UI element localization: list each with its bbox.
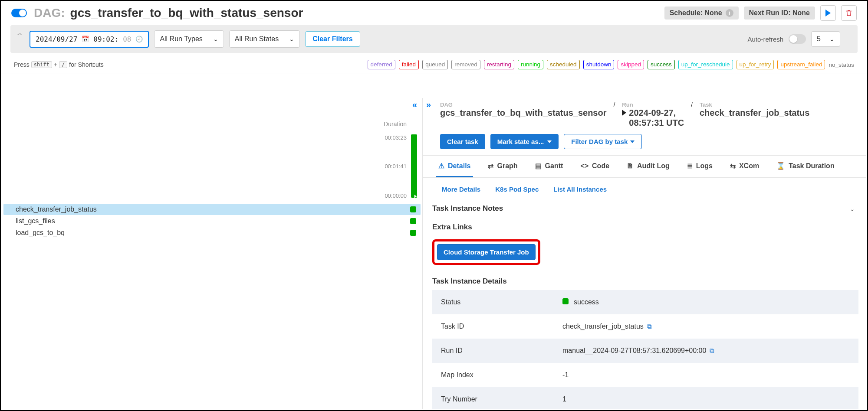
chevron-down-icon: ⌄ bbox=[850, 206, 855, 212]
detail-key: Try Number bbox=[432, 387, 554, 409]
delete-dag-button[interactable] bbox=[841, 5, 857, 21]
legend-failed[interactable]: failed bbox=[399, 60, 419, 69]
tab-label: Graph bbox=[497, 162, 517, 170]
task-row-load-gcs-to-bq[interactable]: load_gcs_to_bq bbox=[3, 227, 421, 238]
tab-label: Audit Log bbox=[637, 162, 670, 170]
clear-filters-button[interactable]: Clear Filters bbox=[305, 31, 360, 47]
clear-task-label: Clear task bbox=[447, 138, 478, 145]
next-run-chip[interactable]: Next Run ID: None bbox=[744, 7, 815, 20]
extra-links-title: Extra Links bbox=[423, 220, 866, 235]
detail-key: Map Index bbox=[432, 363, 554, 387]
shortcuts-plus: + bbox=[54, 61, 57, 68]
date-value: 2024/09/27 bbox=[36, 35, 77, 43]
task-row-check-transfer-job-status[interactable]: check_transfer_job_status bbox=[3, 204, 421, 215]
task-name: check_transfer_job_status bbox=[16, 206, 97, 213]
shortcuts-prefix: Press bbox=[14, 61, 30, 68]
task-status-icon bbox=[410, 230, 416, 236]
crumb-task[interactable]: Task check_transfer_job_status bbox=[700, 101, 809, 118]
cloud-storage-transfer-job-button[interactable]: Cloud Storage Transfer Job bbox=[437, 244, 536, 260]
tab-label: Logs bbox=[696, 162, 713, 170]
trigger-dag-button[interactable] bbox=[820, 5, 836, 21]
legend-restarting[interactable]: restarting bbox=[484, 60, 514, 69]
task-instance-notes-section[interactable]: Task Instance Notes ⌄ bbox=[423, 199, 866, 220]
run-type-label: All Run Types bbox=[160, 35, 202, 43]
info-icon: i bbox=[726, 9, 733, 17]
tab-label: Code bbox=[592, 162, 609, 170]
copy-icon[interactable]: ⧉ bbox=[647, 323, 652, 330]
expand-right-icon[interactable]: » bbox=[426, 100, 431, 110]
gantt-icon: ▤ bbox=[535, 162, 542, 170]
table-row: Statussuccess bbox=[432, 290, 858, 314]
schedule-chip[interactable]: Schedule: None i bbox=[664, 7, 739, 20]
task-status-icon bbox=[410, 206, 416, 212]
next-run-text: Next Run ID: None bbox=[749, 9, 810, 17]
copy-icon[interactable]: ⧉ bbox=[710, 347, 714, 354]
task-instance-details-title: Task Instance Details bbox=[423, 269, 866, 290]
details-sublinks: More Details K8s Pod Spec List All Insta… bbox=[423, 178, 866, 199]
num-runs-value: 5 bbox=[817, 35, 821, 43]
main-split: « Duration 00:03:23 00:01:41 00:00:00 ch… bbox=[2, 98, 866, 409]
duration-tick-1: 00:03:23 bbox=[385, 134, 407, 141]
tab-task-duration[interactable]: ⌛Task Duration bbox=[774, 156, 837, 177]
legend-skipped[interactable]: skipped bbox=[618, 60, 644, 69]
list-all-instances-link[interactable]: List All Instances bbox=[553, 186, 607, 193]
collapse-left-icon[interactable]: « bbox=[412, 100, 417, 110]
kbd-shift: shift bbox=[31, 61, 52, 68]
legend-upstream-failed[interactable]: upstream_failed bbox=[777, 60, 825, 69]
filter-dag-by-task-button[interactable]: Filter DAG by task bbox=[564, 134, 642, 149]
dag-enable-toggle[interactable] bbox=[11, 9, 27, 17]
mark-state-button[interactable]: Mark state as... bbox=[490, 134, 559, 149]
legend-up-for-reschedule[interactable]: up_for_reschedule bbox=[678, 60, 733, 69]
num-runs-select[interactable]: 5⌄ bbox=[811, 31, 840, 47]
mark-state-label: Mark state as... bbox=[497, 138, 544, 145]
tab-label: Gantt bbox=[545, 162, 563, 170]
crumb-run-label: Run bbox=[622, 101, 684, 108]
dag-label: DAG: bbox=[34, 6, 65, 20]
collapse-filter-icon[interactable]: ︽ bbox=[17, 29, 23, 37]
time-sec: 08 bbox=[123, 35, 131, 43]
dag-run-bar[interactable] bbox=[411, 134, 417, 198]
legend-running[interactable]: running bbox=[518, 60, 543, 69]
task-row-list-gcs-files[interactable]: list_gcs_files bbox=[3, 215, 421, 227]
autorefresh-toggle[interactable] bbox=[789, 34, 806, 44]
legend-success[interactable]: success bbox=[648, 60, 675, 69]
legend-queued[interactable]: queued bbox=[422, 60, 448, 69]
base-date-input[interactable]: 2024/09/27 📅 09:02:08 🕘 bbox=[30, 31, 149, 48]
legend-scheduled[interactable]: scheduled bbox=[547, 60, 580, 69]
audit-icon: 🗎 bbox=[627, 162, 634, 170]
detail-key: Task ID bbox=[432, 314, 554, 339]
tab-details[interactable]: ⚠Details bbox=[436, 156, 473, 177]
chevron-down-icon: ⌄ bbox=[213, 36, 218, 42]
legend-removed[interactable]: removed bbox=[451, 60, 480, 69]
tab-gantt[interactable]: ▤Gantt bbox=[533, 156, 566, 177]
k8s-pod-spec-link[interactable]: K8s Pod Spec bbox=[495, 186, 539, 193]
duration-label: Duration bbox=[384, 121, 407, 127]
legend-deferred[interactable]: deferred bbox=[368, 60, 395, 69]
notes-title: Task Instance Notes bbox=[432, 202, 503, 216]
legend-no-status[interactable]: no_status bbox=[829, 62, 854, 68]
legend-up-for-retry[interactable]: up_for_retry bbox=[736, 60, 774, 69]
task-instance-details-table: Statussuccess Task IDcheck_transfer_job_… bbox=[432, 290, 858, 409]
header-right: Schedule: None i Next Run ID: None bbox=[664, 5, 857, 21]
tab-code[interactable]: <>Code bbox=[578, 156, 612, 177]
table-row: Task IDcheck_transfer_job_status⧉ bbox=[432, 314, 858, 339]
filter-bar: ︽ 2024/09/27 📅 09:02:08 🕘 All Run Types⌄… bbox=[10, 25, 858, 53]
run-state-select[interactable]: All Run States⌄ bbox=[229, 30, 300, 48]
crumb-dag[interactable]: DAG gcs_transfer_to_bq_with_status_senso… bbox=[440, 101, 606, 118]
tab-xcom[interactable]: ⇆XCom bbox=[727, 156, 762, 177]
filter-dag-label: Filter DAG by task bbox=[571, 138, 628, 145]
tab-logs[interactable]: ≣Logs bbox=[684, 156, 715, 177]
crumb-slash: / bbox=[613, 101, 615, 108]
tab-audit-log[interactable]: 🗎Audit Log bbox=[624, 156, 672, 177]
crumb-run[interactable]: Run 2024-09-27,08:57:31 UTC bbox=[622, 101, 684, 128]
table-row: Try Number1 bbox=[432, 387, 858, 409]
tab-label: Task Duration bbox=[789, 162, 835, 170]
clear-task-button[interactable]: Clear task bbox=[440, 134, 485, 149]
dag-name: gcs_transfer_to_bq_with_status_sensor bbox=[70, 6, 303, 20]
run-type-select[interactable]: All Run Types⌄ bbox=[154, 30, 224, 48]
tab-graph[interactable]: ⇄Graph bbox=[485, 156, 520, 177]
duration-tick-2: 00:01:41 bbox=[385, 163, 407, 170]
more-details-link[interactable]: More Details bbox=[442, 186, 480, 193]
legend-shutdown[interactable]: shutdown bbox=[583, 60, 615, 69]
task-tabs: ⚠Details ⇄Graph ▤Gantt <>Code 🗎Audit Log… bbox=[423, 156, 866, 178]
